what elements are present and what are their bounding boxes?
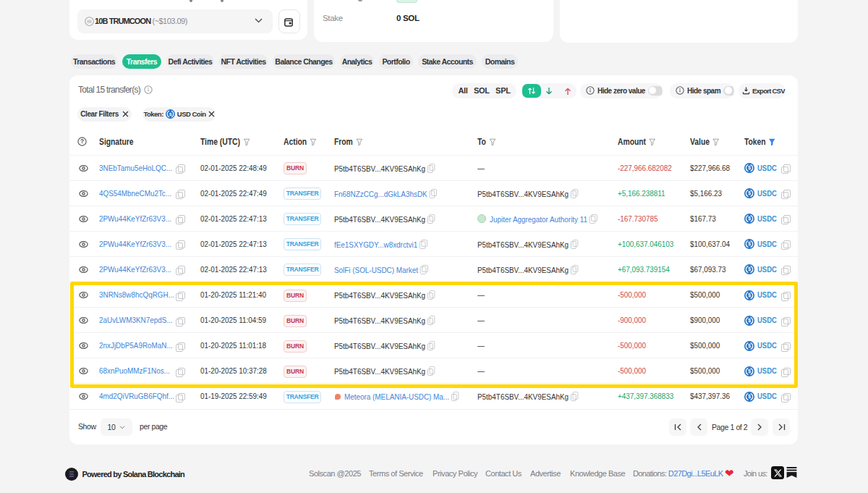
svg-text:$: $ xyxy=(748,242,751,248)
svg-text:$: $ xyxy=(748,165,751,171)
svg-text:$: $ xyxy=(748,191,751,197)
svg-text:$: $ xyxy=(748,216,751,222)
svg-text:?: ? xyxy=(80,138,84,145)
svg-text:$: $ xyxy=(748,267,751,273)
svg-text:$: $ xyxy=(748,394,751,400)
